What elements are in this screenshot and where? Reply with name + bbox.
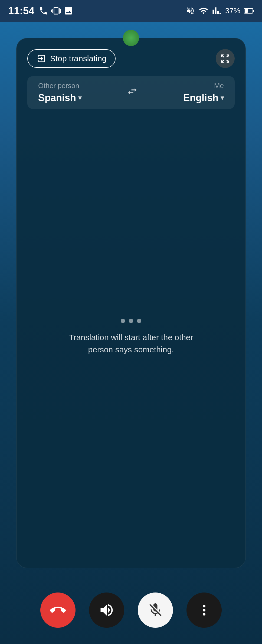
more-options-button[interactable] <box>186 593 222 628</box>
swap-languages-button[interactable] <box>127 86 138 99</box>
battery-icon <box>244 8 254 14</box>
stop-translating-button[interactable]: Stop translating <box>27 49 116 68</box>
svg-rect-2 <box>245 9 248 13</box>
me-label: Me <box>214 82 224 90</box>
signal-icon <box>212 6 221 15</box>
dot-2 <box>129 319 133 323</box>
svg-rect-1 <box>253 10 254 12</box>
status-bar: 11:54 37% <box>0 0 262 22</box>
me-lang-group: Me English ▾ <box>183 82 224 104</box>
my-language-chevron: ▾ <box>221 94 224 102</box>
my-language-value: English <box>183 92 218 104</box>
collapse-button[interactable] <box>216 49 235 68</box>
end-call-icon <box>50 602 66 618</box>
status-icons-left <box>39 6 73 16</box>
speaker-icon <box>99 602 115 618</box>
my-language-selector[interactable]: English ▾ <box>183 92 224 104</box>
battery-percentage: 37% <box>225 7 240 15</box>
waiting-message: Translation will start after the other p… <box>63 331 199 356</box>
status-left: 11:54 <box>8 5 73 17</box>
mute-icon <box>186 6 195 15</box>
dot-3 <box>137 319 141 323</box>
exit-icon <box>37 54 46 63</box>
mic-off-icon <box>147 602 163 618</box>
speaker-button[interactable] <box>89 593 124 628</box>
stop-translating-label: Stop translating <box>50 54 106 63</box>
waiting-dots-indicator <box>121 319 141 323</box>
dot-1 <box>121 319 125 323</box>
other-language-value: Spanish <box>38 92 76 104</box>
language-selector-row: Other person Spanish ▾ Me English ▾ <box>27 76 235 109</box>
gallery-icon <box>64 6 73 16</box>
caller-avatar-dot <box>123 30 139 46</box>
end-call-button[interactable] <box>40 593 76 628</box>
status-time: 11:54 <box>8 5 34 17</box>
more-vertical-icon <box>196 602 212 618</box>
swap-icon <box>127 86 138 97</box>
mute-button[interactable] <box>138 593 173 628</box>
card-header: Stop translating <box>27 49 235 68</box>
collapse-icon <box>220 53 231 64</box>
translation-card: Stop translating Other person Spanish ▾ … <box>16 38 246 568</box>
other-person-lang-group: Other person Spanish ▾ <box>38 82 81 104</box>
phone-icon <box>39 6 48 16</box>
call-controls <box>0 593 262 628</box>
translation-content: Translation will start after the other p… <box>63 117 199 557</box>
other-language-chevron: ▾ <box>78 94 81 102</box>
other-person-label: Other person <box>38 82 79 90</box>
wifi-icon <box>199 6 208 16</box>
vibrate-icon <box>51 6 61 16</box>
status-right: 37% <box>186 6 254 16</box>
other-language-selector[interactable]: Spanish ▾ <box>38 92 81 104</box>
